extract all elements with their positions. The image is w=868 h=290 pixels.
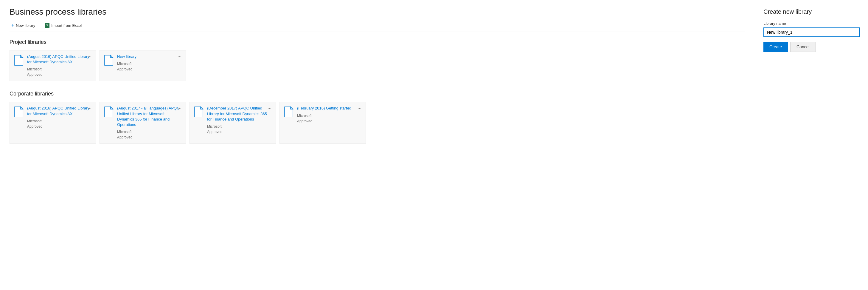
plus-icon: + [11, 23, 14, 28]
card-publisher: Microsoft [297, 113, 362, 118]
cancel-button[interactable]: Cancel [790, 42, 816, 52]
card-title: (August 2016) APQC Unified Library for M… [27, 54, 91, 65]
card-publisher: Microsoft [27, 66, 91, 72]
card-more-button[interactable]: ··· [177, 53, 183, 60]
library-name-input[interactable] [764, 27, 860, 37]
card-status: Approved [27, 72, 91, 77]
card-publisher: Microsoft [117, 61, 182, 66]
file-icon [14, 55, 24, 66]
import-excel-button[interactable]: X Import from Excel [43, 22, 84, 29]
card-publisher: Microsoft [117, 129, 182, 135]
card-more-button[interactable]: ··· [86, 105, 93, 112]
card-status: Approved [207, 129, 272, 135]
project-libraries-title: Project libraries [9, 39, 745, 45]
card-content: New library Microsoft Approved [117, 54, 182, 72]
new-library-label: New library [16, 23, 35, 28]
card-content: (December 2017) APQC Unified Library for… [207, 106, 272, 135]
file-icon [194, 106, 204, 118]
card-more-button[interactable]: ··· [267, 105, 273, 112]
library-name-label: Library name [764, 21, 860, 26]
list-item[interactable]: (February 2016) Getting started Microsof… [279, 102, 366, 144]
new-library-button[interactable]: + New library [9, 22, 37, 29]
card-title: (December 2017) APQC Unified Library for… [207, 106, 272, 122]
file-icon [14, 106, 24, 118]
project-libraries-section: Project libraries (August 2016) APQC Uni… [9, 39, 745, 81]
excel-icon: X [45, 23, 50, 28]
card-content: (February 2016) Getting started Microsof… [297, 106, 362, 123]
project-libraries-grid: (August 2016) APQC Unified Library for M… [9, 50, 745, 81]
card-title: New library [117, 54, 182, 59]
card-more-button[interactable]: ··· [86, 53, 93, 60]
card-title: (August 2016) APQC Unified Library for M… [27, 106, 91, 116]
corporate-libraries-section: Corporate libraries (August 2016) APQC U… [9, 91, 745, 144]
panel-title: Create new library [764, 8, 860, 15]
form-actions: Create Cancel [764, 42, 860, 52]
list-item[interactable]: (August 2017 - all languages) APQC Unifi… [99, 102, 186, 144]
toolbar: + New library X Import from Excel [9, 22, 745, 32]
corporate-libraries-grid: (August 2016) APQC Unified Library for M… [9, 102, 745, 144]
card-more-button[interactable]: ··· [356, 105, 363, 112]
card-content: (August 2016) APQC Unified Library for M… [27, 54, 91, 77]
card-content: (August 2016) APQC Unified Library for M… [27, 106, 91, 129]
page-title: Business process libraries [9, 7, 745, 17]
file-icon [284, 106, 293, 118]
corporate-libraries-title: Corporate libraries [9, 91, 745, 97]
card-title: (February 2016) Getting started [297, 106, 362, 111]
import-excel-label: Import from Excel [51, 23, 82, 28]
card-status: Approved [297, 118, 362, 124]
card-content: (August 2017 - all languages) APQC Unifi… [117, 106, 182, 140]
right-panel: Create new library Library name Create C… [755, 0, 868, 290]
list-item[interactable]: (December 2017) APQC Unified Library for… [189, 102, 276, 144]
card-status: Approved [117, 135, 182, 140]
list-item[interactable]: (August 2016) APQC Unified Library for M… [9, 102, 96, 144]
main-content: Business process libraries + New library… [0, 0, 755, 290]
file-icon [104, 55, 114, 66]
card-publisher: Microsoft [207, 124, 272, 129]
card-status: Approved [27, 124, 91, 129]
card-status: Approved [117, 66, 182, 72]
card-publisher: Microsoft [27, 118, 91, 124]
card-more-button[interactable]: ··· [177, 105, 183, 112]
list-item[interactable]: (August 2016) APQC Unified Library for M… [9, 50, 96, 81]
card-title: (August 2017 - all languages) APQC Unifi… [117, 106, 182, 127]
file-icon [104, 106, 114, 118]
create-button[interactable]: Create [764, 42, 788, 52]
list-item[interactable]: New library Microsoft Approved ··· [99, 50, 186, 81]
